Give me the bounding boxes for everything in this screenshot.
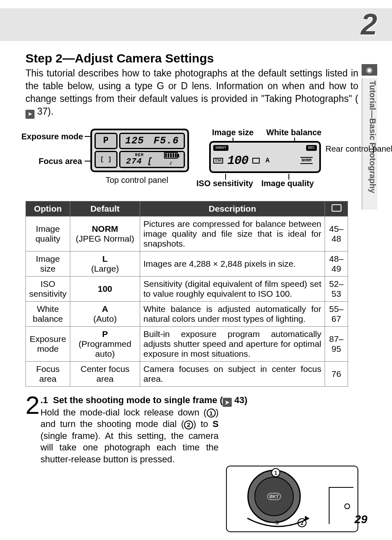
panel-shutter-aperture: 125 F5.6 <box>119 133 185 149</box>
cell-default: Center focus area <box>70 361 140 386</box>
camera-icon: ◉ <box>362 64 377 76</box>
cell-description: White balance is adjusted automatically … <box>140 301 325 326</box>
page-ref-icon: ➤ <box>25 110 35 119</box>
cell-option: Focusarea <box>26 361 70 386</box>
cell-description: Sensitivity (digital equivalent of film … <box>140 276 325 301</box>
label-top-control-panel: Top control panel <box>106 175 168 185</box>
panel-exposure-P: P <box>95 133 118 149</box>
cell-default: P(Programmed auto) <box>70 326 140 361</box>
cell-description: Camera focuses on subject in center focu… <box>140 361 325 386</box>
mode-dial-diagram: BKT 1 2 S <box>226 466 358 532</box>
cell-page: 48–49 <box>325 251 348 276</box>
quality-norm: NORM <box>300 157 313 164</box>
cell-page: 52–53 <box>325 276 348 301</box>
label-iso-sensitivity: ISO sensitivity <box>196 179 253 188</box>
table-row: WhitebalanceA(Auto)White balance is adju… <box>26 301 348 326</box>
cell-page: 55–67 <box>325 301 348 326</box>
iso-value: 100 <box>227 154 248 168</box>
th-option: Option <box>26 201 70 216</box>
page-number: 29 <box>355 513 367 526</box>
table-row: ExposuremodeP(Programmed auto)Built-in e… <box>26 326 348 361</box>
settings-table: Option Default Description ImagequalityN… <box>25 201 348 387</box>
label-rear-panel: Rear control panel <box>325 144 392 153</box>
step-2-1: 2 .1 Set the shooting mode to single fra… <box>25 395 358 466</box>
page-heading: Step 2—Adjust Camera Settings <box>25 51 358 65</box>
circled-2: 2 <box>184 420 193 429</box>
th-page-icon <box>325 201 348 216</box>
page-ref-icon: ➤ <box>223 398 232 407</box>
top-banner <box>0 8 392 41</box>
control-panel-diagram: Exposure mode Focus area P 125 F5.6 [ ] … <box>25 126 354 196</box>
step-body: Hold the mode-dial lock release down (1)… <box>40 407 358 466</box>
step-title: .1 Set the shooting mode to single frame… <box>40 395 358 407</box>
th-description: Description <box>140 201 325 216</box>
intro-text: This tutorial describes how to take phot… <box>25 67 358 119</box>
label-image-size: Image size <box>212 128 254 137</box>
table-row: ImagequalityNORM(JPEG Normal)Pictures ar… <box>26 216 348 251</box>
cell-description: Images are 4,288 × 2,848 pixels in size. <box>140 251 325 276</box>
top-control-panel: P 125 F5.6 [ ] REM 274 [ ♪ <box>90 129 189 172</box>
intro-ref-num: 37 <box>37 106 48 117</box>
badge-shoot: SHOOT <box>213 145 228 151</box>
chapter-number: 2 <box>361 7 377 41</box>
cell-option: ISOsensitivity <box>26 276 70 301</box>
table-row: FocusareaCenter focus areaCamera focuses… <box>26 361 348 386</box>
cell-option: Imagequality <box>26 216 70 251</box>
side-tab: ◉ Tutorial—Basic Photography <box>362 45 377 210</box>
cell-page: 87–95 <box>325 326 348 361</box>
iso-label: ISO <box>213 158 223 164</box>
dial-marker-1: 1 <box>271 468 280 477</box>
panel-focus-area: [ ] <box>95 151 118 168</box>
cell-default: NORM(JPEG Normal) <box>70 216 140 251</box>
table-row: ImagesizeL(Large)Images are 4,288 × 2,84… <box>26 251 348 276</box>
label-exposure-mode: Exposure mode <box>21 132 83 141</box>
cell-option: Whitebalance <box>26 301 70 326</box>
label-white-balance: White balance <box>266 128 321 137</box>
rem-value: 274 [ <box>126 157 153 166</box>
cell-option: Exposuremode <box>26 326 70 361</box>
label-focus-area: Focus area <box>39 157 82 166</box>
circled-1: 1 <box>207 408 216 418</box>
size-L-icon <box>252 158 260 164</box>
badge-rec: REC <box>306 145 317 151</box>
label-image-quality: Image quality <box>261 179 314 188</box>
wb-A: A <box>265 157 270 164</box>
table-row: ISOsensitivity100Sensitivity (digital eq… <box>26 276 348 301</box>
cell-page: 76 <box>325 361 348 386</box>
th-default: Default <box>70 201 140 216</box>
cell-page: 45–48 <box>325 216 348 251</box>
cell-description: Built-in exposure program automatically … <box>140 326 325 361</box>
rear-control-panel: SHOOT REC ISO 100 A NORM <box>209 141 321 173</box>
cell-default: A(Auto) <box>70 301 140 326</box>
panel-remaining: REM 274 [ ♪ <box>119 151 185 168</box>
big-step-number: 2 <box>25 395 39 466</box>
cell-description: Pictures are compressed for balance betw… <box>140 216 325 251</box>
intro-body: This tutorial describes how to take phot… <box>25 68 358 104</box>
cell-option: Imagesize <box>26 251 70 276</box>
cell-default: L(Large) <box>70 251 140 276</box>
intro-end: ). <box>48 106 53 117</box>
cell-default: 100 <box>70 276 140 301</box>
